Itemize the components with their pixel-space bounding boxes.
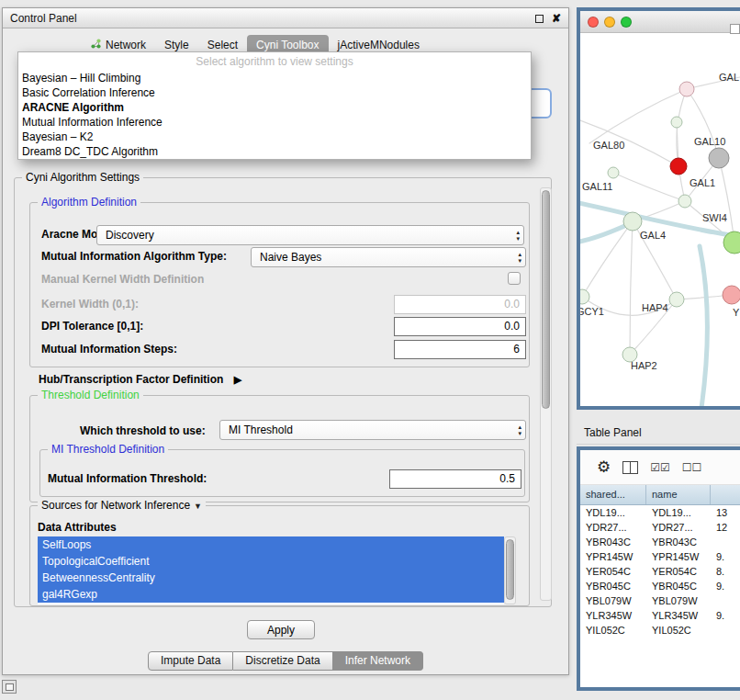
mi-threshold-input[interactable]: 0.5 <box>389 469 521 489</box>
algorithm-option-bayesian-k2[interactable]: Bayesian – K2 <box>18 130 531 144</box>
cell: YLR345W <box>580 608 646 623</box>
attribute-item-topologicalcoefficient[interactable]: TopologicalCoefficient <box>38 553 504 570</box>
attributes-list-scrollbar[interactable] <box>504 536 516 604</box>
algorithm-option-aracne-algorithm[interactable]: ARACNE Algorithm <box>18 100 531 115</box>
cell: YDR27... <box>646 520 711 535</box>
network-node[interactable] <box>679 82 694 96</box>
control-panel-title: Control Panel <box>10 12 77 25</box>
column-header-2[interactable] <box>711 485 740 504</box>
threshold-definition-title: Threshold Definition <box>38 389 143 402</box>
network-icon <box>91 39 101 51</box>
network-edge[interactable] <box>700 246 708 406</box>
table-row[interactable]: YBL079WYBL079W <box>580 593 740 608</box>
network-edge[interactable] <box>613 173 685 201</box>
gear-icon[interactable]: ⚙ <box>597 457 611 477</box>
scrollbar-thumb[interactable] <box>542 190 550 409</box>
network-node[interactable] <box>678 195 691 208</box>
node-label: GAL80 <box>593 140 624 151</box>
table-row[interactable]: YIL052CYIL052C <box>580 623 740 638</box>
table-row[interactable]: YBR045CYBR045C9. <box>580 579 740 593</box>
network-window-titlebar[interactable] <box>580 11 740 33</box>
mi-steps-input[interactable]: 6 <box>394 340 526 359</box>
network-edge[interactable] <box>687 89 719 158</box>
network-node[interactable] <box>723 286 740 304</box>
cell: YDL19... <box>646 505 711 520</box>
column-header-shared[interactable]: shared... <box>580 485 646 504</box>
close-window-icon[interactable]: ✘ <box>552 12 561 25</box>
algorithm-dropdown-popup: Select algorithm to view settings Bayesi… <box>17 51 532 160</box>
control-panel-titlebar[interactable]: Control Panel ✘ <box>3 8 568 28</box>
node-label: HAP4 <box>642 302 668 313</box>
node-label: GAL10 <box>694 136 725 147</box>
network-edge[interactable] <box>719 158 734 243</box>
deselect-all-icon[interactable]: ☐☐ <box>682 461 702 474</box>
mi-algorithm-type-label: Mutual Information Algorithm Type: <box>41 250 227 264</box>
algorithm-option-mutual-information-inference[interactable]: Mutual Information Inference <box>18 115 531 130</box>
cell <box>711 535 740 549</box>
manual-kernel-checkbox[interactable] <box>508 272 521 285</box>
hub-definition-toggle[interactable]: Hub/Transcription Factor Definition ▶ <box>39 373 241 386</box>
zoom-light[interactable] <box>621 17 632 28</box>
network-node[interactable] <box>608 167 619 178</box>
select-all-icon[interactable]: ☑☑ <box>650 461 670 474</box>
sources-group: Sources for Network Inference▼ Data Attr… <box>29 505 530 606</box>
sources-title-label: Sources for Network Inference <box>41 499 190 512</box>
cell: YBR045C <box>646 579 711 593</box>
tab-impute-data[interactable]: Impute Data <box>148 651 233 671</box>
birds-eye-toggle[interactable] <box>730 24 740 34</box>
minimized-panel-icon[interactable] <box>2 680 17 694</box>
table-row[interactable]: YPR145WYPR145W9. <box>580 549 740 564</box>
table-row[interactable]: YDL19...YDL19...13 <box>580 505 740 520</box>
network-node[interactable] <box>669 292 684 307</box>
table-row[interactable]: YDR27...YDR27...12 <box>580 520 740 535</box>
attribute-item-betweennesscentrality[interactable]: BetweennessCentrality <box>38 570 504 586</box>
algorithm-option-basic-correlation-inference[interactable]: Basic Correlation Inference <box>18 85 531 100</box>
which-threshold-select[interactable]: MI Threshold ▴▾ <box>219 420 526 440</box>
dropdown-item-list: Bayesian – Hill ClimbingBasic Correlatio… <box>18 71 531 159</box>
cell <box>711 593 740 608</box>
table-columns-icon[interactable] <box>622 461 638 474</box>
algorithm-option-dream8-dc-tdc-algorithm[interactable]: Dream8 DC_TDC Algorithm <box>18 144 531 159</box>
window-buttons: ✘ <box>535 11 561 26</box>
cell: YIL052C <box>580 623 646 638</box>
table-row[interactable]: YER054CYER054C8. <box>580 564 740 579</box>
tab-infer-network[interactable]: Infer Network <box>333 651 423 671</box>
cell: YDR27... <box>580 520 646 535</box>
network-view-window: GALGAL80GAL10GAL11GAL1SWI4GAL4GCY1HAP4HA… <box>577 7 740 410</box>
attribute-item-gal4rgexp[interactable]: gal4RGexp <box>38 586 504 603</box>
cell: 9. <box>711 608 740 623</box>
network-node[interactable] <box>580 289 589 304</box>
network-node[interactable] <box>671 117 682 128</box>
node-label: Y <box>733 307 740 318</box>
column-header-name[interactable]: name <box>646 485 711 504</box>
network-canvas[interactable]: GALGAL80GAL10GAL11GAL1SWI4GAL4GCY1HAP4HA… <box>580 33 740 406</box>
network-node[interactable] <box>623 212 642 231</box>
apply-button[interactable]: Apply <box>247 620 315 639</box>
table-row[interactable]: YBR043CYBR043C <box>580 535 740 549</box>
settings-scrollbar[interactable] <box>540 187 552 601</box>
mi-algorithm-type-select[interactable]: Naive Bayes ▴▾ <box>251 247 526 267</box>
cell <box>711 623 740 638</box>
dpi-tolerance-input[interactable]: 0.0 <box>394 317 526 336</box>
tab-discretize-data[interactable]: Discretize Data <box>233 651 332 671</box>
table-toolbar: ⚙☑☑☐☐ <box>580 450 740 485</box>
spinner-arrows-icon: ▴▾ <box>518 251 521 264</box>
aracne-mode-select[interactable]: Discovery ▴▾ <box>96 225 524 245</box>
float-window-icon[interactable] <box>535 15 544 23</box>
network-edge[interactable] <box>630 221 633 355</box>
attribute-item-selfloops[interactable]: SelfLoops <box>38 536 504 553</box>
close-light[interactable] <box>588 17 599 28</box>
network-node[interactable] <box>709 148 729 168</box>
table-row[interactable]: YLR345WYLR345W9. <box>580 608 740 623</box>
cell: YLR345W <box>646 608 711 623</box>
scrollbar-thumb[interactable] <box>506 539 514 600</box>
kernel-width-input[interactable]: 0.0 <box>394 295 526 314</box>
tab-label: Network <box>106 39 146 51</box>
algorithm-option-bayesian-hill-climbing[interactable]: Bayesian – Hill Climbing <box>18 71 531 85</box>
network-edge[interactable] <box>589 89 687 143</box>
minimize-light[interactable] <box>604 17 615 28</box>
cell: YBL079W <box>646 593 711 608</box>
network-node[interactable] <box>670 158 687 175</box>
sources-group-title[interactable]: Sources for Network Inference▼ <box>38 499 206 514</box>
aracne-mode-value: Discovery <box>106 229 154 243</box>
